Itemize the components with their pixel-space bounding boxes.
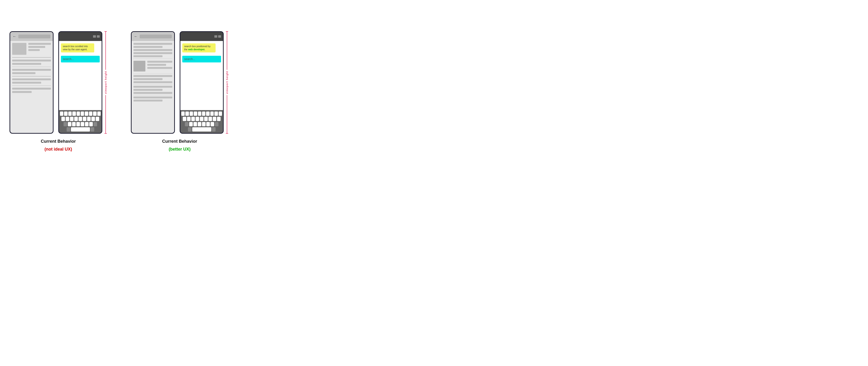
content-line <box>28 46 45 48</box>
phone-1-content <box>10 41 53 95</box>
window-btn-2 <box>214 35 217 38</box>
key <box>185 112 189 116</box>
window-btn <box>93 35 96 38</box>
search-input-bad[interactable]: search... <box>61 56 100 62</box>
tooltip-good-highlight: web developer. <box>188 48 205 51</box>
key <box>183 117 186 121</box>
content-line <box>12 60 51 61</box>
divider <box>133 84 172 85</box>
phone-right-2-header <box>180 32 223 41</box>
key <box>209 117 212 121</box>
key-123 <box>188 127 191 132</box>
divider <box>133 58 172 59</box>
key-return <box>212 127 216 132</box>
content-line <box>133 100 162 102</box>
content-line <box>133 89 162 91</box>
bracket-bottom-end-2 <box>226 133 228 134</box>
key <box>66 117 69 121</box>
key-return <box>91 127 94 132</box>
key-123 <box>67 127 70 132</box>
search-input-good[interactable]: search... <box>182 56 221 62</box>
tooltip-good: search box positioned by the web develop… <box>182 44 216 52</box>
search-placeholder-bad: search... <box>63 57 74 61</box>
bracket-line-bottom-2 <box>227 95 227 133</box>
key <box>68 122 71 126</box>
phone-left-1: ← <box>9 31 54 134</box>
key <box>210 112 214 116</box>
content-line <box>133 55 162 57</box>
viewport-bracket-2: vimeport height <box>225 31 228 134</box>
content-line <box>133 46 162 48</box>
key <box>61 117 65 121</box>
key <box>206 122 210 126</box>
key <box>76 112 80 116</box>
separator <box>12 57 51 58</box>
viewport-bracket-1: vimeport height <box>104 31 107 134</box>
phone-right-group: search box scrolled into view by the use… <box>58 31 107 134</box>
content-line <box>12 72 35 74</box>
key <box>96 117 99 121</box>
content-line <box>133 92 172 94</box>
bracket-line-top <box>105 32 106 70</box>
viewport-label-2: vimeport height <box>225 70 228 95</box>
keyboard-row-1 <box>60 112 101 116</box>
bracket-line-bottom <box>105 95 106 133</box>
key <box>211 122 214 126</box>
key <box>72 112 76 116</box>
content-img-row <box>12 43 51 55</box>
key-space <box>71 127 90 132</box>
key <box>181 112 185 116</box>
key <box>200 117 204 121</box>
content-line <box>12 78 51 80</box>
thumb-lines <box>147 61 172 72</box>
key-shift <box>185 122 188 126</box>
thumbnail <box>133 61 145 72</box>
phone-right-1: search box scrolled into view by the use… <box>58 31 102 134</box>
header-bar-2 <box>140 34 172 38</box>
content-line <box>133 52 172 54</box>
thumb-row <box>133 61 172 72</box>
key <box>214 112 218 116</box>
image-placeholder <box>12 43 26 55</box>
key <box>72 122 76 126</box>
key <box>81 112 84 116</box>
content-line <box>133 96 172 98</box>
key <box>213 117 216 121</box>
key <box>85 122 89 126</box>
window-btn <box>97 35 100 38</box>
scenario-1: ← <box>9 31 107 152</box>
key <box>83 117 86 121</box>
phone-2-header: ← <box>131 32 174 41</box>
key <box>217 117 221 121</box>
separator <box>12 76 51 77</box>
key <box>202 112 205 116</box>
divider <box>133 74 172 74</box>
content-line <box>147 61 172 63</box>
phone-right-2-content: search box positioned by the web develop… <box>180 41 223 110</box>
key <box>191 117 195 121</box>
keyboard-row-3 <box>60 122 101 126</box>
content-line <box>133 49 172 51</box>
main-container: ← <box>9 31 425 152</box>
key <box>74 117 78 121</box>
scenario-1-subtitle: (not ideal UX) <box>44 147 72 152</box>
scenario-1-devices: ← <box>9 31 107 134</box>
keyboard-bad <box>59 110 102 133</box>
key <box>60 112 63 116</box>
key-space <box>192 127 211 132</box>
keyboard-row-g1 <box>181 112 222 116</box>
divider <box>133 95 172 95</box>
header-bar <box>18 34 51 38</box>
phone-1-header: ← <box>10 32 53 41</box>
viewport-label-1: vimeport height <box>104 70 107 95</box>
content-lines <box>28 43 51 55</box>
content-line <box>28 49 40 51</box>
key <box>68 112 72 116</box>
key <box>93 112 96 116</box>
phone-right-content: search box scrolled into view by the use… <box>59 41 102 110</box>
keyboard-row-g2 <box>181 117 222 121</box>
content-line <box>12 88 51 90</box>
key-shift <box>64 122 67 126</box>
bracket-line-top-2 <box>227 32 227 70</box>
key <box>190 112 193 116</box>
